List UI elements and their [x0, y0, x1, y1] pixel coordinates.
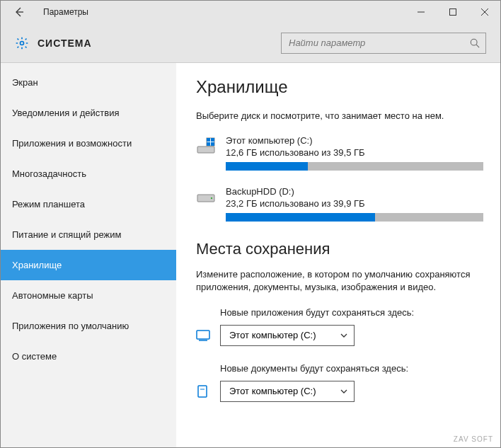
search-box[interactable] — [281, 33, 486, 54]
search-icon — [464, 38, 485, 48]
sidebar-item-display[interactable]: Экран — [1, 67, 176, 98]
sidebar: Экран Уведомления и действия Приложения … — [1, 63, 176, 447]
svg-point-4 — [21, 41, 24, 45]
svg-rect-17 — [198, 386, 207, 397]
sidebar-item-label: Питание и спящий режим — [12, 229, 121, 240]
docs-save-label: Новые документы будут сохраняться здесь: — [220, 363, 483, 374]
drive-name: Этот компьютер (C:) — [226, 135, 483, 146]
drive-d[interactable]: BackupHDD (D:) 23,2 ГБ использовано из 3… — [196, 186, 483, 222]
drive-progress — [226, 213, 483, 222]
apps-save-dropdown[interactable]: Этот компьютер (C:) — [220, 325, 355, 346]
drive-name: BackupHDD (D:) — [226, 186, 483, 197]
dropdown-value: Этот компьютер (C:) — [229, 330, 316, 340]
sidebar-item-label: Экран — [12, 77, 38, 88]
sidebar-item-multitasking[interactable]: Многозадачность — [1, 159, 176, 189]
sidebar-item-label: Приложения по умолчанию — [12, 321, 129, 331]
drive-used: 12,6 ГБ использовано из 39,5 ГБ — [226, 147, 483, 158]
sidebar-item-label: Приложения и возможности — [12, 138, 132, 149]
sidebar-item-label: Хранилище — [12, 260, 62, 270]
search-input[interactable] — [282, 38, 464, 48]
chevron-down-icon — [340, 387, 348, 396]
drive-c[interactable]: Этот компьютер (C:) 12,6 ГБ использовано… — [196, 135, 483, 171]
drive-used: 23,2 ГБ использовано из 39,9 ГБ — [226, 198, 483, 209]
storage-description: Выберите диск и посмотрите, что занимает… — [196, 110, 483, 122]
window-controls — [405, 1, 500, 23]
apps-save-label: Новые приложения будут сохраняться здесь… — [220, 307, 483, 318]
svg-line-6 — [476, 45, 479, 47]
docs-save-dropdown[interactable]: Этот компьютер (C:) — [220, 381, 355, 402]
sidebar-item-default-apps[interactable]: Приложения по умолчанию — [1, 311, 176, 341]
back-button[interactable] — [6, 1, 32, 23]
titlebar: Параметры — [1, 1, 500, 23]
svg-rect-15 — [197, 331, 209, 339]
sidebar-item-label: Автономные карты — [12, 290, 93, 301]
svg-rect-11 — [207, 142, 210, 146]
gear-icon — [15, 36, 29, 50]
svg-rect-7 — [197, 147, 214, 153]
sidebar-item-power-sleep[interactable]: Питание и спящий режим — [1, 219, 176, 250]
minimize-button[interactable] — [405, 1, 437, 23]
header-title: СИСТЕМА — [38, 38, 92, 49]
svg-point-14 — [211, 197, 212, 199]
sidebar-item-storage[interactable]: Хранилище — [1, 250, 176, 280]
save-locations-description: Измените расположение, в котором по умол… — [196, 268, 483, 294]
sidebar-item-offline-maps[interactable]: Автономные карты — [1, 280, 176, 311]
sidebar-item-label: Уведомления и действия — [12, 108, 120, 118]
header: СИСТЕМА — [1, 23, 500, 63]
sidebar-item-apps-features[interactable]: Приложения и возможности — [1, 128, 176, 159]
drive-info: Этот компьютер (C:) 12,6 ГБ использовано… — [226, 135, 483, 171]
chevron-down-icon — [340, 331, 348, 340]
svg-rect-12 — [211, 142, 214, 146]
watermark: ZAV SOFT — [454, 435, 493, 443]
sidebar-item-tablet-mode[interactable]: Режим планшета — [1, 189, 176, 219]
window-title: Параметры — [43, 7, 88, 17]
documents-icon — [196, 384, 210, 398]
back-arrow-icon — [13, 6, 25, 18]
os-drive-icon — [196, 137, 219, 171]
main-content: Хранилище Выберите диск и посмотрите, чт… — [176, 63, 500, 447]
page-title: Хранилище — [196, 77, 483, 97]
hdd-drive-icon — [196, 188, 219, 222]
drive-progress — [226, 162, 483, 171]
close-button[interactable] — [468, 1, 500, 23]
save-locations-title: Места сохранения — [196, 240, 483, 258]
sidebar-item-label: Режим планшета — [12, 199, 85, 209]
apps-icon — [196, 328, 210, 343]
svg-rect-1 — [449, 9, 456, 16]
dropdown-value: Этот компьютер (C:) — [229, 386, 316, 396]
svg-rect-10 — [211, 138, 214, 142]
sidebar-item-label: Многозадачность — [12, 168, 86, 179]
svg-point-5 — [471, 39, 477, 45]
sidebar-item-label: О системе — [12, 351, 57, 362]
svg-rect-9 — [207, 138, 210, 142]
maximize-button[interactable] — [437, 1, 468, 23]
drive-info: BackupHDD (D:) 23,2 ГБ использовано из 3… — [226, 186, 483, 222]
sidebar-item-notifications[interactable]: Уведомления и действия — [1, 98, 176, 128]
sidebar-item-about[interactable]: О системе — [1, 341, 176, 372]
